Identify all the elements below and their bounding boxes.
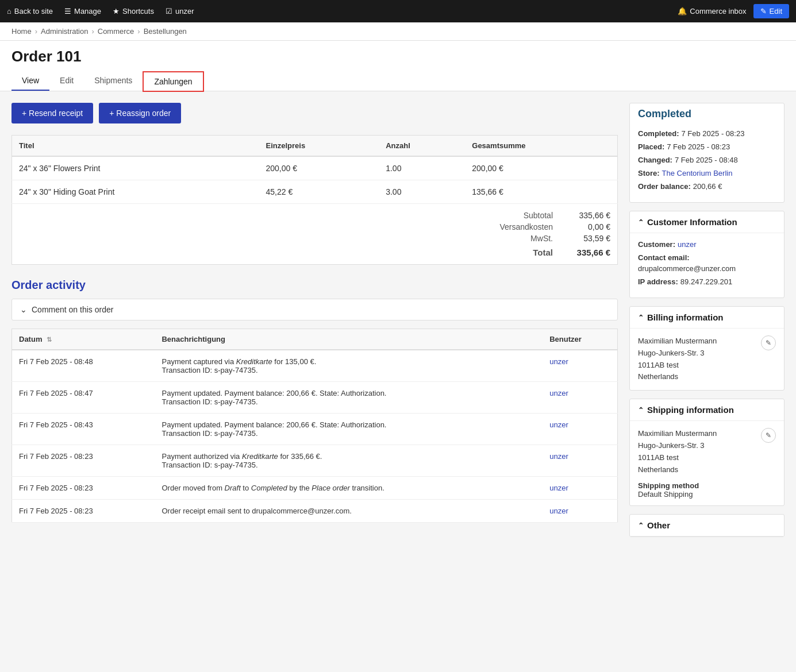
breadcrumb-commerce[interactable]: Commerce <box>98 27 134 36</box>
breadcrumb-bestellungen[interactable]: Bestellungen <box>144 27 187 36</box>
billing-edit-button[interactable]: ✎ <box>761 335 776 350</box>
product-total-1: 200,00 € <box>465 156 617 180</box>
shipping-value: 0,00 € <box>564 222 610 231</box>
product-total-2: 135,66 € <box>465 180 617 204</box>
activity-table: Datum ⇅ Benachrichtigung Benutzer Fri 7 … <box>11 329 618 523</box>
chevron-up-icon: ⌃ <box>638 522 644 530</box>
order-totals: Subtotal 335,66 € Versandkosten 0,00 € M… <box>11 204 618 265</box>
contact-email-label: Contact email: <box>638 253 690 262</box>
activity-message-4: Payment authorized via Kreditkarte for 3… <box>155 445 543 477</box>
order-table: Titel Einzelpreis Anzahl Gesamtsumme 24"… <box>11 135 618 204</box>
order-status-badge: Completed <box>630 103 784 122</box>
activity-message-5: Order moved from Draft to Completed by t… <box>155 477 543 500</box>
tab-zahlungen[interactable]: Zahlungen <box>143 71 203 92</box>
col-header-gesamtsumme: Gesamtsumme <box>465 136 617 157</box>
resend-receipt-button[interactable]: + Resend receipt <box>11 103 93 123</box>
activity-date-2: Fri 7 Feb 2025 - 08:47 <box>12 382 155 414</box>
changed-label: Changed: <box>638 156 672 164</box>
tab-shipments[interactable]: Shipments <box>84 71 143 91</box>
total-value: 335,66 € <box>564 248 610 257</box>
activity-date-4: Fri 7 Feb 2025 - 08:23 <box>12 445 155 477</box>
page-header: Order 101 View Edit Shipments Zahlungen <box>0 41 796 91</box>
tab-edit[interactable]: Edit <box>49 71 84 91</box>
star-icon: ★ <box>113 7 120 16</box>
col-header-titel: Titel <box>12 136 259 157</box>
order-balance-label: Order balance: <box>638 182 691 191</box>
ip-label: IP address: <box>638 277 678 286</box>
user-link[interactable]: ☑ unzer <box>166 7 194 16</box>
billing-panel-title: Billing information <box>647 312 724 322</box>
list-item: Fri 7 Feb 2025 - 08:23 Payment authorize… <box>12 445 618 477</box>
menu-icon: ☰ <box>64 7 71 16</box>
main-content: + Resend receipt + Reassign order Titel … <box>0 91 796 557</box>
activity-user-5: unzer <box>543 477 617 500</box>
other-panel: ⌃ Other <box>629 514 785 537</box>
edit-button[interactable]: ✎ Edit <box>753 4 789 18</box>
billing-address: Maximilian Mustermann Hugo-Junkers-Str. … <box>638 335 776 383</box>
breadcrumb: Home › Administration › Commerce › Beste… <box>0 22 796 41</box>
other-panel-title: Other <box>647 520 670 530</box>
activity-message-6: Order receipt email sent to drupalcommer… <box>155 500 543 523</box>
customer-information-panel: ⌃ Customer Information Customer: unzer C… <box>629 211 785 298</box>
status-panel: Completed Completed: 7 Feb 2025 - 08:23 … <box>629 103 785 203</box>
placed-value: 7 Feb 2025 - 08:23 <box>667 142 730 151</box>
completed-value: 7 Feb 2025 - 08:23 <box>682 129 745 138</box>
tab-bar: View Edit Shipments Zahlungen <box>11 71 785 91</box>
billing-information-panel: ⌃ Billing information Maximilian Musterm… <box>629 306 785 391</box>
page-title: Order 101 <box>11 48 785 65</box>
product-qty-1: 1.00 <box>379 156 465 180</box>
back-to-site-link[interactable]: ⌂ Back to site <box>7 7 53 16</box>
breadcrumb-home[interactable]: Home <box>11 27 32 36</box>
content-left: + Resend receipt + Reassign order Titel … <box>11 103 618 523</box>
activity-date-3: Fri 7 Feb 2025 - 08:43 <box>12 414 155 445</box>
breadcrumb-administration[interactable]: Administration <box>41 27 88 36</box>
total-label: Total <box>484 248 553 257</box>
store-label: Store: <box>638 169 660 177</box>
shipping-information-panel: ⌃ Shipping information Maximilian Muster… <box>629 399 785 506</box>
changed-value: 7 Feb 2025 - 08:48 <box>675 156 738 164</box>
activity-user-1: unzer <box>543 350 617 382</box>
sidebar: Completed Completed: 7 Feb 2025 - 08:23 … <box>629 103 785 545</box>
shipping-edit-button[interactable]: ✎ <box>761 428 776 443</box>
comment-on-order-toggle[interactable]: ⌄ Comment on this order <box>11 299 618 320</box>
shipping-address: Maximilian Mustermann Hugo-Junkers-Str. … <box>638 428 776 476</box>
col-header-einzelpreis: Einzelpreis <box>259 136 379 157</box>
pencil-icon: ✎ <box>760 7 767 16</box>
tab-view[interactable]: View <box>11 71 49 91</box>
order-balance-value: 200,66 € <box>693 182 722 191</box>
list-item: Fri 7 Feb 2025 - 08:23 Order moved from … <box>12 477 618 500</box>
commerce-inbox-link[interactable]: 🔔 Commerce inbox <box>678 7 746 16</box>
activity-message-3: Payment updated. Payment balance: 200,66… <box>155 414 543 445</box>
shortcuts-link[interactable]: ★ Shortcuts <box>113 7 154 16</box>
subtotal-value: 335,66 € <box>564 211 610 220</box>
activity-user-4: unzer <box>543 445 617 477</box>
chevron-up-icon: ⌃ <box>638 314 644 322</box>
activity-date-6: Fri 7 Feb 2025 - 08:23 <box>12 500 155 523</box>
activity-date-5: Fri 7 Feb 2025 - 08:23 <box>12 477 155 500</box>
customer-label: Customer: <box>638 240 675 249</box>
placed-label: Placed: <box>638 142 664 151</box>
subtotal-label: Subtotal <box>484 211 553 220</box>
manage-link[interactable]: ☰ Manage <box>64 7 101 16</box>
tax-label: MwSt. <box>484 234 553 243</box>
activity-col-datum: Datum ⇅ <box>12 329 155 350</box>
reassign-order-button[interactable]: + Reassign order <box>99 103 181 123</box>
contact-email-value: drupalcommerce@unzer.com <box>638 264 736 273</box>
shipping-method-value: Default Shipping <box>638 490 776 499</box>
store-link[interactable]: The Centorium Berlin <box>662 169 733 177</box>
activity-date-1: Fri 7 Feb 2025 - 08:48 <box>12 350 155 382</box>
product-qty-2: 3.00 <box>379 180 465 204</box>
activity-col-benutzer: Benutzer <box>543 329 617 350</box>
customer-panel-title: Customer Information <box>647 217 737 227</box>
sort-icon: ⇅ <box>47 336 52 343</box>
activity-user-6: unzer <box>543 500 617 523</box>
shipping-method-label: Shipping method <box>638 481 776 490</box>
activity-message-1: Payment captured via Kreditkarte for 135… <box>155 350 543 382</box>
store-value: The Centorium Berlin <box>662 169 733 177</box>
shipping-label: Versandkosten <box>484 222 553 231</box>
chevron-up-icon: ⌃ <box>638 218 644 226</box>
customer-link[interactable]: unzer <box>678 240 697 249</box>
tax-value: 53,59 € <box>564 234 610 243</box>
chevron-down-icon: ⌄ <box>20 305 27 314</box>
top-navigation: ⌂ Back to site ☰ Manage ★ Shortcuts ☑ un… <box>0 0 796 22</box>
